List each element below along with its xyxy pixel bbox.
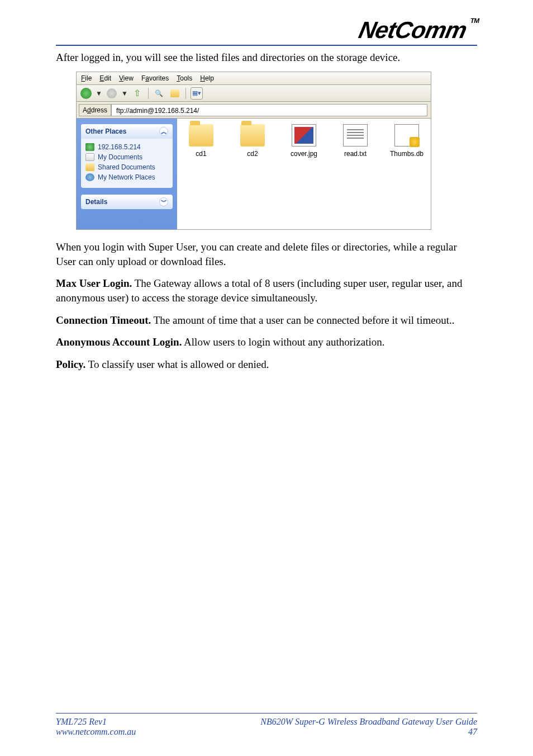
file-item-cd1[interactable]: cd1 [180,124,222,158]
up-folder-icon: ⇧ [134,88,141,98]
menu-file[interactable]: File [81,74,92,82]
para-superuser: When you login with Super User, you can … [56,240,477,268]
text-anon: Allow users to login without any authori… [182,336,384,348]
other-places-title: Other Places [85,127,126,135]
accel: E [99,74,104,82]
file-item-cd2[interactable]: cd2 [232,124,273,158]
forward-dropdown-icon[interactable]: ▼ [121,89,128,97]
menu-help[interactable]: Help [200,74,214,82]
expand-icon: ︾ [159,197,168,206]
folders-icon [170,89,179,97]
file-label: Thumbs.db [386,150,427,158]
up-button[interactable]: ⇧ [131,87,144,100]
link-label: 192.168.5.214 [98,143,141,151]
sidebar-link-host[interactable]: 192.168.5.214 [85,142,168,152]
para-timeout: Connection Timeout. The amount of time t… [56,313,477,328]
link-label: Shared Documents [98,163,155,171]
file-list: cd1 cd2 cover.jpg read.txt Thumbs.db [177,119,431,229]
explorer-screenshot: File Edit View Favorites Tools Help ▼ ▼ … [76,72,431,230]
collapse-icon: ︽ [159,127,168,136]
folders-button[interactable] [169,87,181,100]
footer-divider [56,713,477,714]
footer-rev: YML725 Rev1 [56,717,136,727]
link-label: My Documents [98,153,142,161]
other-places-panel: Other Places ︽ 192.168.5.214 My Document… [81,124,173,188]
para-maxuser: Max User Login. The Gateway allows a tot… [56,276,477,305]
content-area: Other Places ︽ 192.168.5.214 My Document… [76,118,431,230]
address-bar: Address ftp://admin@192.168.5.214/ [76,101,431,118]
computer-icon [85,143,94,151]
menu-favorites[interactable]: Favorites [141,74,169,82]
intro-text: After logged in, you will see the listed… [56,51,477,64]
file-item-read[interactable]: read.txt [335,124,376,158]
menu-tools[interactable]: Tools [177,74,192,82]
label-policy: Policy. [56,358,85,370]
folder-icon [189,124,213,147]
file-item-thumbs[interactable]: Thumbs.db [386,124,427,158]
header-divider [56,45,477,46]
text-timeout: The amount of time that a user can be co… [151,314,454,326]
search-icon: 🔍 [155,89,163,97]
back-icon [80,88,92,99]
networkplaces-icon [85,173,94,181]
file-label: cd2 [232,150,273,158]
shareddocs-icon [85,163,94,171]
accel: V [119,74,123,82]
footer-right: NB620W Super-G Wireless Broadband Gatewa… [260,717,477,737]
menu-edit[interactable]: Edit [99,74,111,82]
footer-left: YML725 Rev1 www.netcomm.com.au [56,717,136,737]
tasks-sidebar: Other Places ︽ 192.168.5.214 My Document… [77,119,177,229]
file-item-cover[interactable]: cover.jpg [283,124,325,158]
views-icon: ▦▾ [192,89,201,97]
menu-view[interactable]: View [119,74,134,82]
footer-row: YML725 Rev1 www.netcomm.com.au NB620W Su… [56,717,477,737]
footer-page: 47 [260,727,477,737]
file-label: cd1 [180,150,222,158]
other-places-body: 192.168.5.214 My Documents Shared Docume… [81,139,173,188]
sidebar-link-mydocs[interactable]: My Documents [85,152,168,162]
text-file-icon [343,124,368,147]
logo-row: NetCommTM [56,17,477,44]
db-file-icon [394,124,419,147]
views-button[interactable]: ▦▾ [191,87,203,100]
mydocuments-icon [85,153,94,161]
address-input[interactable]: ftp://admin@192.168.5.214/ [111,104,427,116]
folder-icon [240,124,265,147]
file-label: cover.jpg [283,150,325,158]
other-places-header[interactable]: Other Places ︽ [81,124,173,139]
file-label: read.txt [335,150,376,158]
brand-logo-text: NetComm [356,17,469,43]
toolbar-separator [148,88,149,99]
trademark-symbol: TM [470,17,480,25]
footer-title: NB620W Super-G Wireless Broadband Gatewa… [260,717,477,727]
address-label: Address [79,104,111,116]
label-anon: Anonymous Account Login. [56,336,182,348]
para-policy: Policy. To classify user what is allowed… [56,357,477,372]
accel: a [145,74,149,82]
para-anon: Anonymous Account Login. Allow users to … [56,335,477,349]
back-button[interactable] [80,87,92,100]
label-timeout: Connection Timeout. [56,314,151,326]
forward-button[interactable] [106,87,118,100]
toolbar: ▼ ▼ ⇧ 🔍 ▦▾ [76,84,431,101]
details-title: Details [85,198,107,206]
brand-logo: NetCommTM [356,17,480,44]
toolbar-separator [185,88,186,99]
accel: F [81,74,85,82]
sidebar-link-netplaces[interactable]: My Network Places [85,172,168,182]
details-panel: Details ︾ [81,195,173,209]
forward-icon [107,88,117,98]
back-dropdown-icon[interactable]: ▼ [96,89,102,97]
search-button[interactable]: 🔍 [153,87,165,100]
image-file-icon [292,124,316,147]
details-header[interactable]: Details ︾ [81,195,173,209]
body-text: When you login with Super User, you can … [56,240,477,371]
link-label: My Network Places [98,173,155,181]
page-footer: YML725 Rev1 www.netcomm.com.au NB620W Su… [56,713,477,737]
accel: T [177,74,180,82]
sidebar-link-shared[interactable]: Shared Documents [85,162,168,172]
footer-url: www.netcomm.com.au [56,727,136,737]
menu-bar: File Edit View Favorites Tools Help [76,72,431,84]
label-maxuser: Max User Login. [56,277,132,289]
text-policy: To classify user what is allowed or deni… [85,358,269,370]
